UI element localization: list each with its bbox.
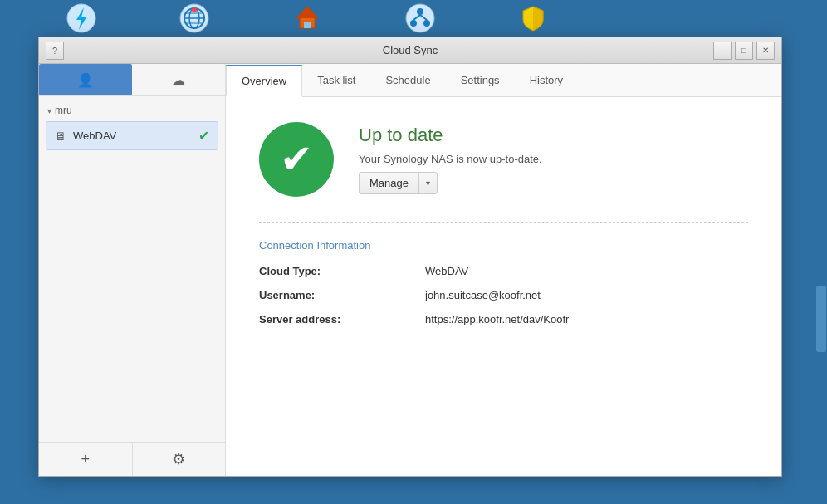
- chevron-down-icon: ▾: [47, 106, 51, 115]
- maximize-button[interactable]: □: [735, 42, 753, 60]
- minimize-button[interactable]: —: [713, 42, 732, 60]
- svg-point-8: [192, 7, 197, 12]
- settings-button[interactable]: ⚙: [133, 443, 226, 476]
- help-button[interactable]: ?: [46, 42, 64, 60]
- status-icon: ✔: [259, 122, 334, 197]
- svg-point-14: [410, 20, 417, 27]
- cloud-icon: ☁: [172, 72, 185, 88]
- sidebar-tab-cloud[interactable]: ☁: [132, 64, 225, 95]
- info-row-username: Username: john.suitcase@koofr.net: [259, 289, 748, 301]
- connection-info-title: Connection Information: [259, 239, 748, 252]
- main-window: ? Cloud Sync — □ ✕ 👤 ☁: [38, 37, 782, 477]
- window-title: Cloud Sync: [383, 44, 438, 56]
- window-controls: — □ ✕: [713, 42, 775, 60]
- tab-schedule[interactable]: Schedule: [370, 65, 445, 97]
- username-label: Username:: [259, 289, 425, 301]
- status-text: Up to date Your Synology NAS is now up-t…: [359, 125, 542, 194]
- status-section: ✔ Up to date Your Synology NAS is now up…: [259, 122, 748, 222]
- check-icon: ✔: [198, 128, 209, 144]
- main-content: Overview Task list Schedule Settings His…: [226, 64, 781, 476]
- sidebar-tabs: 👤 ☁: [39, 64, 225, 96]
- server-address-label: Server address:: [259, 313, 425, 325]
- tab-tasklist[interactable]: Task list: [302, 65, 370, 97]
- cloud-type-value: WebDAV: [425, 265, 468, 277]
- section-label: mru: [55, 105, 72, 116]
- svg-point-15: [423, 20, 430, 27]
- username-value: john.suitcase@koofr.net: [425, 289, 541, 301]
- gear-icon: ⚙: [172, 450, 185, 468]
- globe-icon[interactable]: [179, 3, 209, 33]
- sidebar-footer: + ⚙: [39, 442, 225, 476]
- svg-marker-11: [296, 7, 318, 18]
- title-bar: ? Cloud Sync — □ ✕: [39, 37, 781, 64]
- overview-content: ✔ Up to date Your Synology NAS is now up…: [226, 97, 781, 476]
- right-scrollbar: [815, 37, 827, 477]
- tabs-bar: Overview Task list Schedule Settings His…: [226, 64, 781, 97]
- svg-rect-10: [304, 22, 311, 28]
- lightning-icon[interactable]: [66, 3, 96, 33]
- tab-settings[interactable]: Settings: [446, 65, 515, 97]
- plus-icon: +: [81, 451, 90, 468]
- close-button[interactable]: ✕: [756, 42, 775, 60]
- sidebar-section: ▾ mru 🖥 WebDAV ✔: [39, 96, 225, 155]
- info-row-cloud-type: Cloud Type: WebDAV: [259, 265, 748, 277]
- home-icon[interactable]: [292, 3, 322, 33]
- cloud-type-label: Cloud Type:: [259, 265, 425, 277]
- add-button[interactable]: +: [39, 443, 133, 476]
- status-subtitle: Your Synology NAS is now up-to-date.: [359, 153, 542, 165]
- sidebar: 👤 ☁ ▾ mru 🖥 WebDAV ✔: [39, 64, 226, 476]
- status-title: Up to date: [359, 125, 542, 146]
- manage-button[interactable]: Manage ▾: [359, 172, 438, 194]
- sidebar-item-webdav[interactable]: 🖥 WebDAV ✔: [46, 121, 218, 150]
- connection-info: Connection Information Cloud Type: WebDA…: [259, 222, 748, 325]
- dropdown-arrow-icon: ▾: [419, 174, 437, 192]
- tab-history[interactable]: History: [515, 65, 578, 97]
- taskbar: [0, 0, 827, 37]
- sidebar-item-label: WebDAV: [73, 130, 192, 142]
- share-icon[interactable]: [405, 3, 435, 33]
- svg-point-13: [417, 8, 423, 15]
- checkmark-icon: ✔: [280, 139, 313, 179]
- window-body: 👤 ☁ ▾ mru 🖥 WebDAV ✔: [39, 64, 781, 476]
- tab-overview[interactable]: Overview: [226, 65, 302, 97]
- manage-label: Manage: [360, 173, 419, 193]
- sidebar-tab-users[interactable]: 👤: [39, 64, 132, 95]
- server-icon: 🖥: [55, 130, 66, 143]
- user-icon: 👤: [77, 72, 94, 88]
- section-header[interactable]: ▾ mru: [46, 101, 218, 120]
- info-row-server: Server address: https://app.koofr.net/da…: [259, 313, 748, 325]
- shield-icon[interactable]: [518, 3, 548, 33]
- server-address-value: https://app.koofr.net/dav/Koofr: [425, 313, 569, 325]
- scrollbar-handle[interactable]: [816, 286, 826, 352]
